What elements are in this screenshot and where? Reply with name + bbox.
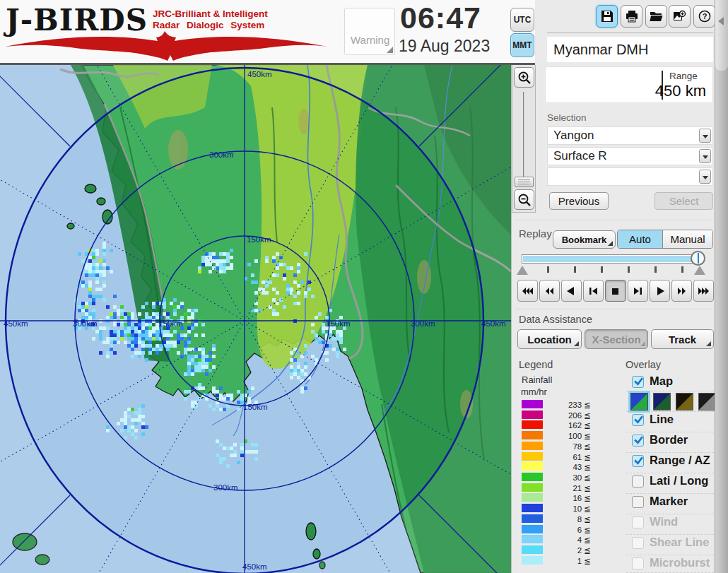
warning-resize-grip (387, 47, 393, 53)
timeline-tick (654, 266, 657, 273)
svg-text:?: ? (702, 12, 707, 20)
data-assistance-label: Data Assistance (519, 314, 592, 325)
timeline-end-marker[interactable] (694, 266, 705, 275)
timeline-tick (601, 266, 603, 273)
range-ring-label: 450km (481, 319, 506, 328)
range-ring-label: 300km (213, 483, 238, 492)
track-button[interactable]: Track (651, 329, 714, 349)
dropdown-arrow-button[interactable] (699, 129, 711, 143)
map-style-swatch-2[interactable] (653, 393, 671, 410)
range-value: 450 km (655, 82, 706, 100)
radar-map-canvas[interactable]: 450km300km150km450km300km150km150km300km… (0, 65, 511, 573)
range-ring-label: 300km (411, 319, 435, 328)
help-button[interactable]: ? (693, 5, 715, 28)
legend-value: 8 ≦ (546, 514, 591, 524)
overlay-item-label: Range / AZ (650, 454, 710, 467)
map-style-swatch-4[interactable] (698, 393, 716, 410)
selection-dropdown-0[interactable]: Yangon (547, 126, 713, 145)
save-button[interactable] (596, 5, 618, 28)
header: J-BIRDS JRC-Brilliant & Intelligent Rada… (0, 0, 535, 65)
rewind-3x-icon (522, 287, 534, 295)
legend-color-swatch (522, 545, 543, 554)
dropdown-arrow-button[interactable] (699, 149, 711, 163)
panel-collapse-tab[interactable] (715, 0, 728, 71)
play-reverse-button[interactable] (561, 280, 582, 302)
add-image-button[interactable] (669, 5, 691, 28)
selection-dropdown-1[interactable]: Surface R (547, 147, 713, 165)
range-ring-label: 150km (243, 403, 268, 411)
range-ring-label: 150km (326, 319, 351, 328)
zoom-slider-handle[interactable] (515, 177, 534, 187)
zoom-out-button[interactable] (514, 189, 534, 210)
lati-long-checkbox[interactable] (632, 475, 644, 488)
legend-value: 162 ≦ (546, 420, 591, 430)
x-section-button[interactable]: X-Section (585, 329, 648, 349)
overlay-row-microburst: Microburst (626, 555, 714, 573)
legend-color-swatch (522, 514, 543, 523)
forward-3x-button[interactable] (693, 280, 714, 302)
legend-color-swatch (522, 410, 543, 419)
replay-timeline-slider[interactable] (522, 254, 703, 264)
legend-color-swatch (522, 504, 543, 512)
play-icon (654, 287, 666, 295)
forward-3x-icon (698, 287, 710, 295)
legend-title-unit: mm/hr (521, 386, 547, 397)
station-name-box: Myanmar DMH (547, 37, 713, 62)
legend-label: Legend (519, 359, 553, 370)
legend-color-swatch (522, 473, 543, 481)
border-checkbox[interactable] (632, 435, 644, 447)
timeline-tick (547, 266, 549, 273)
step-forward-icon (632, 287, 644, 295)
warning-button[interactable]: Warning (344, 8, 395, 55)
location-button[interactable]: Location (517, 329, 582, 349)
zoom-in-button[interactable] (514, 67, 534, 88)
rewind-2x-button[interactable] (539, 280, 560, 302)
legend-color-swatch (522, 420, 543, 429)
print-button[interactable] (621, 5, 642, 28)
overlay-item-label: Map (650, 374, 673, 388)
replay-mode-toggle: Auto Manual (617, 230, 713, 249)
rewind-3x-button[interactable] (517, 280, 538, 302)
overlay-row-marker: Marker (626, 494, 714, 514)
select-button[interactable]: Select (654, 192, 713, 210)
overlay-item-label: Microburst (650, 556, 710, 569)
timeline-start-marker[interactable] (517, 266, 528, 275)
previous-button[interactable]: Previous (549, 192, 609, 210)
play-button[interactable] (650, 280, 670, 302)
wind-checkbox (632, 516, 644, 528)
marker-checkbox[interactable] (632, 496, 644, 508)
range-az-checkbox[interactable] (632, 455, 644, 467)
selection-dropdown-2[interactable] (547, 167, 713, 186)
range-label: Range (669, 71, 698, 81)
stop-button[interactable] (605, 280, 626, 302)
line-checkbox[interactable] (632, 414, 644, 426)
check-icon (633, 413, 645, 425)
map-checkbox[interactable] (632, 376, 644, 388)
bookmark-button[interactable]: Bookmark (553, 230, 616, 249)
overlay-row-border: Border (626, 432, 714, 453)
forward-2x-button[interactable] (671, 280, 692, 302)
shear-line-checkbox (632, 537, 644, 549)
manual-button[interactable]: Manual (663, 230, 712, 248)
replay-slider-handle[interactable] (691, 251, 705, 266)
legend-value: 21 ≦ (546, 483, 591, 493)
warning-label: Warning (351, 34, 389, 46)
map-style-swatch-3[interactable] (676, 393, 693, 410)
step-back-button[interactable] (583, 280, 604, 302)
chevron-down-icon (703, 135, 708, 138)
open-folder-button[interactable] (645, 5, 667, 28)
chevron-down-icon (703, 155, 708, 159)
legend-color-swatch (522, 442, 543, 450)
timezone-mmt-button[interactable]: MMT (510, 33, 534, 57)
station-name: Myanmar DMH (553, 42, 648, 58)
play-reverse-icon (565, 287, 577, 295)
legend-color-swatch (522, 556, 543, 565)
zoom-slider-track[interactable] (523, 92, 525, 178)
dropdown-arrow-button[interactable] (699, 170, 711, 184)
radar-map[interactable]: 450km300km150km450km300km150km150km300km… (0, 65, 511, 573)
timezone-utc-button[interactable]: UTC (510, 8, 534, 32)
auto-button[interactable]: Auto (618, 230, 663, 248)
map-style-swatch-1[interactable] (630, 393, 648, 410)
step-forward-button[interactable] (628, 280, 648, 302)
rewind-2x-icon (544, 287, 556, 295)
